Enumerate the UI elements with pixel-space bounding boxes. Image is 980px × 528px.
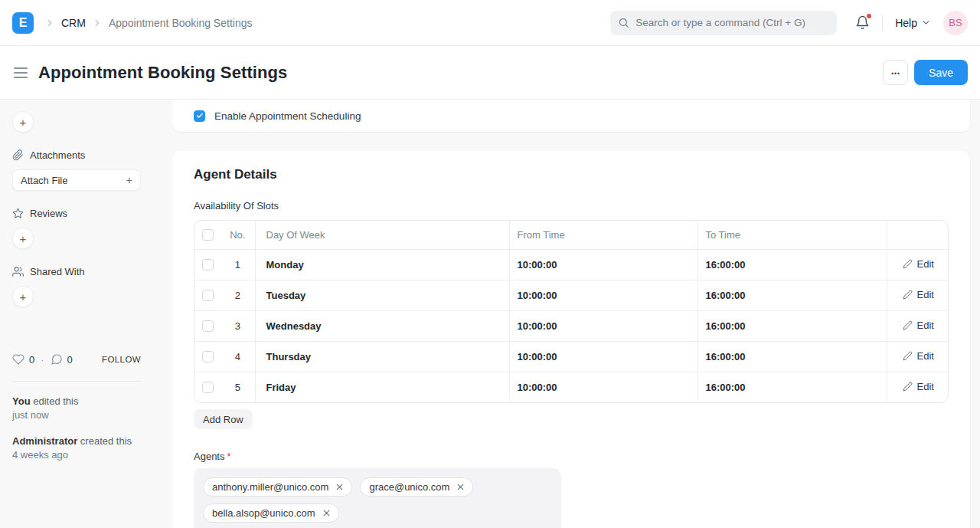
to-time-cell[interactable]: 16:00:00 <box>697 341 887 372</box>
row-checkbox[interactable] <box>202 320 214 332</box>
chevron-right-icon <box>92 18 103 28</box>
save-button[interactable]: Save <box>914 60 968 85</box>
pencil-icon <box>903 351 913 361</box>
breadcrumb-item-crm[interactable]: CRM <box>61 17 86 29</box>
page-title: Appointment Booking Settings <box>38 63 287 83</box>
table-header-row: No. Day Of Week From Time To Time <box>194 221 949 249</box>
day-of-week-cell[interactable]: Tuesday <box>255 280 509 310</box>
edit-row-button[interactable]: Edit <box>903 350 934 362</box>
notifications-bell-icon[interactable] <box>855 15 870 30</box>
sidebar-toggle-icon[interactable] <box>12 66 29 80</box>
table-row[interactable]: 3 Wednesday 10:00:00 16:00:00 Edit <box>194 310 949 341</box>
remove-tag-icon[interactable] <box>335 482 345 492</box>
likes-count: 0 <box>29 354 34 366</box>
enable-scheduling-checkbox[interactable] <box>194 110 205 122</box>
global-search[interactable] <box>610 11 837 35</box>
section-title: Agent Details <box>194 167 949 182</box>
table-row[interactable]: 4 Thursday 10:00:00 16:00:00 Edit <box>194 341 949 372</box>
from-time-cell[interactable]: 10:00:00 <box>509 372 697 402</box>
enable-scheduling-label: Enable Appointment Scheduling <box>214 110 361 122</box>
table-row[interactable]: 2 Tuesday 10:00:00 16:00:00 Edit <box>194 280 949 310</box>
to-time-cell[interactable]: 16:00:00 <box>697 310 887 341</box>
breadcrumb: CRM Appointment Booking Settings <box>44 17 252 29</box>
paperclip-icon <box>12 149 24 161</box>
agents-multiselect[interactable]: anthony.miller@unico.com grace@unico.com… <box>194 468 561 528</box>
agent-tag-label: anthony.miller@unico.com <box>212 481 328 493</box>
notification-dot <box>867 14 871 18</box>
separator-dot: · <box>41 354 44 366</box>
chevron-down-icon <box>921 18 931 28</box>
agent-tag: grace@unico.com <box>360 477 473 497</box>
remove-tag-icon[interactable] <box>322 508 332 518</box>
help-menu[interactable]: Help <box>895 17 931 29</box>
activity-edited: You edited this just now <box>12 395 142 422</box>
day-of-week-cell[interactable]: Monday <box>255 249 509 280</box>
to-time-cell[interactable]: 16:00:00 <box>697 280 887 310</box>
divider <box>882 15 883 31</box>
document-sidebar: + Attachments Attach File + Reviews + Sh… <box>0 100 172 528</box>
search-input[interactable] <box>635 17 829 28</box>
row-number: 1 <box>220 249 255 280</box>
pencil-icon <box>903 259 913 269</box>
divider <box>12 381 141 382</box>
row-number: 3 <box>220 310 255 341</box>
from-time-cell[interactable]: 10:00:00 <box>509 280 697 310</box>
shared-with-section-label: Shared With <box>12 266 160 277</box>
column-header-from: From Time <box>509 221 697 249</box>
remove-tag-icon[interactable] <box>456 482 466 492</box>
form-area: Enable Appointment Scheduling Agent Deta… <box>172 100 980 528</box>
agent-tag-label: bella.alsop@unico.com <box>212 507 315 519</box>
engagement-row: 0 · 0 FOLLOW <box>12 353 141 366</box>
agent-tag: anthony.miller@unico.com <box>203 477 352 497</box>
add-tag-button[interactable]: + <box>12 111 34 133</box>
pencil-icon <box>903 382 913 392</box>
table-row[interactable]: 5 Friday 10:00:00 16:00:00 Edit <box>194 372 949 402</box>
add-share-button[interactable]: + <box>12 286 34 307</box>
row-checkbox[interactable] <box>202 290 214 301</box>
users-icon <box>12 266 24 277</box>
row-checkbox[interactable] <box>202 259 214 271</box>
edit-row-button[interactable]: Edit <box>903 381 934 392</box>
row-checkbox[interactable] <box>202 351 214 362</box>
edit-row-button[interactable]: Edit <box>903 289 934 300</box>
activity-created: Administrator created this 4 weeks ago <box>12 435 142 462</box>
page-header: Appointment Booking Settings ... Save <box>0 46 980 100</box>
edit-row-button[interactable]: Edit <box>903 258 934 270</box>
column-header-day: Day Of Week <box>255 221 509 249</box>
add-review-button[interactable]: + <box>12 228 34 249</box>
from-time-cell[interactable]: 10:00:00 <box>509 341 697 372</box>
reviews-section-label: Reviews <box>12 208 160 219</box>
column-header-no: No. <box>220 221 255 249</box>
enable-scheduling-card: Enable Appointment Scheduling <box>172 100 970 132</box>
from-time-cell[interactable]: 10:00:00 <box>509 249 697 280</box>
chevron-right-icon <box>44 18 55 28</box>
attach-file-button[interactable]: Attach File + <box>12 169 141 191</box>
row-checkbox[interactable] <box>202 382 214 393</box>
agents-field-label: Agents* <box>194 451 949 462</box>
app-logo[interactable]: E <box>12 12 34 34</box>
to-time-cell[interactable]: 16:00:00 <box>697 372 887 402</box>
row-number: 2 <box>220 280 255 310</box>
day-of-week-cell[interactable]: Friday <box>255 372 509 402</box>
to-time-cell[interactable]: 16:00:00 <box>697 249 887 280</box>
add-row-button[interactable]: Add Row <box>194 409 253 429</box>
agent-tag: bella.alsop@unico.com <box>203 503 339 523</box>
plus-icon: + <box>126 174 132 186</box>
agent-details-card: Agent Details Availability Of Slots No. … <box>172 150 970 528</box>
row-number: 4 <box>220 341 255 372</box>
from-time-cell[interactable]: 10:00:00 <box>509 310 697 341</box>
day-of-week-cell[interactable]: Wednesday <box>255 310 509 341</box>
follow-button[interactable]: FOLLOW <box>102 355 141 364</box>
heart-icon[interactable] <box>12 353 24 366</box>
more-options-button[interactable]: ... <box>883 60 908 85</box>
availability-table: No. Day Of Week From Time To Time 1 Mond… <box>194 220 949 403</box>
edit-row-button[interactable]: Edit <box>903 320 934 331</box>
select-all-checkbox[interactable] <box>202 229 214 241</box>
column-header-actions <box>887 221 949 249</box>
day-of-week-cell[interactable]: Thursday <box>255 341 509 372</box>
star-icon <box>12 208 24 219</box>
comment-icon[interactable] <box>51 353 63 366</box>
table-row[interactable]: 1 Monday 10:00:00 16:00:00 Edit <box>194 249 949 280</box>
pencil-icon <box>903 320 913 330</box>
avatar[interactable]: BS <box>943 11 968 35</box>
